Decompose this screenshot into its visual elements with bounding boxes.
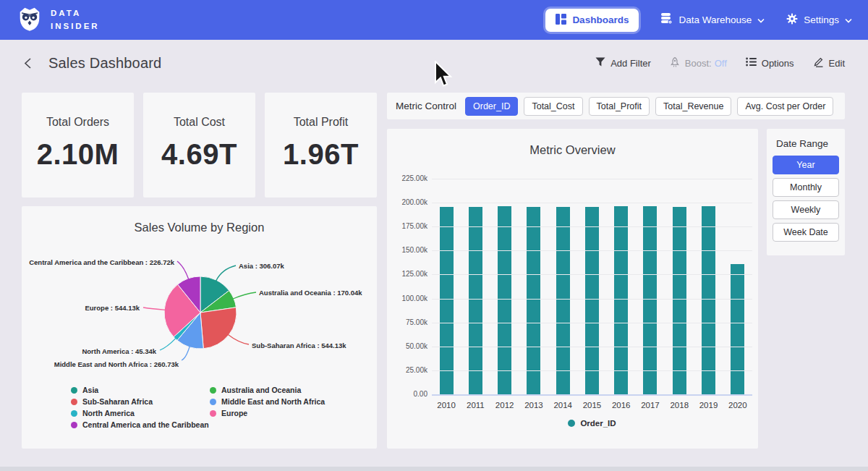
legend-item-label: Middle East and North Africa: [221, 397, 325, 406]
add-filter-button[interactable]: Add Filter: [595, 57, 651, 69]
bar-2017[interactable]: [643, 206, 657, 394]
navbar: DATA INSIDER Dashboards: [0, 0, 868, 40]
filter-icon: [595, 57, 605, 69]
bar-2012[interactable]: [498, 206, 511, 394]
gear-icon: [786, 13, 798, 27]
pie-label-sub-saharan-africa: Sub-Saharan Africa : 544.13k: [252, 341, 346, 349]
y-axis-tick: 225.00k: [388, 174, 427, 183]
nav-dashboards-button[interactable]: Dashboards: [545, 9, 639, 32]
date-range-buttons: YearMonthlyWeeklyWeek Date: [773, 156, 839, 242]
pie-leader-europe: [143, 307, 165, 310]
legend-dot: [71, 422, 77, 428]
pie-label-north-america: North America : 45.34k: [82, 347, 156, 355]
kpi-label: Total Cost: [143, 116, 255, 129]
x-axis-label-2015: 2015: [577, 401, 606, 410]
legend-dot: [568, 420, 575, 427]
nav-data-warehouse-button[interactable]: Data Warehouse: [660, 13, 765, 27]
x-axis-label-2019: 2019: [694, 401, 723, 410]
metric-buttons: Order_IDTotal_CostTotal_ProfitTotal_Reve…: [465, 97, 833, 116]
bar-2013[interactable]: [527, 207, 540, 394]
x-axis-label-2010: 2010: [432, 401, 461, 410]
chevron-down-icon: [757, 14, 765, 25]
bar-2011[interactable]: [469, 207, 482, 394]
bar-2016[interactable]: [614, 206, 628, 394]
metric-button-total-profit[interactable]: Total_Profit: [589, 97, 650, 116]
y-axis-tick: 175.00k: [388, 222, 427, 231]
y-axis-tick: 200.00k: [388, 198, 427, 207]
bar-chart-legend[interactable]: Order_ID: [432, 419, 752, 428]
boost-toggle[interactable]: Boost: Off: [670, 57, 727, 69]
bar-2014[interactable]: [556, 207, 570, 394]
boost-value: Off: [715, 58, 727, 69]
options-label: Options: [762, 58, 794, 69]
kpi-card-total-orders: Total Orders2.10M: [22, 93, 134, 198]
bar-2020[interactable]: [731, 264, 744, 394]
metric-button-order-id[interactable]: Order_ID: [465, 97, 518, 116]
metric-button-avg-cost-per-order[interactable]: Avg. Cost per Order: [737, 97, 833, 116]
bars-container: [432, 179, 752, 394]
pie-slice-sub-saharan-africa[interactable]: [200, 307, 237, 349]
back-button[interactable]: [23, 57, 33, 69]
y-axis-tick: 25.00k: [388, 366, 427, 375]
dashboard-header: Sales Dashboard Add Filter Boost: Off: [0, 40, 868, 86]
legend-item-europe[interactable]: Europe: [210, 407, 349, 419]
kpi-card-total-cost: Total Cost4.69T: [143, 93, 255, 198]
legend-item-north-america[interactable]: North America: [71, 407, 210, 419]
pie-leader-north-america: [160, 338, 176, 350]
metric-control-label: Metric Control: [396, 101, 456, 111]
legend-item-asia[interactable]: Asia: [71, 384, 210, 396]
nav-settings-button[interactable]: Settings: [786, 13, 852, 27]
legend-item-label: Sub-Saharan Africa: [82, 397, 153, 406]
pie-legend-column: AsiaSub-Saharan AfricaNorth AmericaCentr…: [71, 384, 210, 430]
gridline: [432, 370, 752, 371]
kpi-label: Total Orders: [22, 116, 134, 129]
edit-button[interactable]: Edit: [813, 56, 845, 69]
kpi-value: 2.10M: [22, 138, 134, 171]
bar-2019[interactable]: [702, 206, 715, 394]
pie-leader-sub-saharan-africa: [228, 335, 249, 345]
edit-label: Edit: [829, 58, 845, 69]
pie-label-australia-and-oceania: Australia and Oceania : 170.04k: [259, 289, 362, 297]
page-title: Sales Dashboard: [48, 55, 161, 72]
pie-legend-column: Australia and OceaniaMiddle East and Nor…: [210, 384, 349, 430]
gridline: [432, 299, 752, 300]
y-axis-tick: 100.00k: [388, 294, 427, 303]
pie-label-central-america-and-the-caribbean: Central America and the Caribbean : 226.…: [29, 258, 175, 266]
gridline: [432, 274, 752, 275]
date-button-year[interactable]: Year: [773, 156, 839, 174]
bar-2015[interactable]: [585, 207, 599, 394]
legend-item-australia-and-oceania[interactable]: Australia and Oceania: [210, 384, 349, 396]
date-button-monthly[interactable]: Monthly: [773, 178, 839, 197]
x-axis-label-2011: 2011: [461, 401, 490, 410]
bar-chart-title: Metric Overview: [387, 143, 758, 157]
legend-dot: [210, 399, 216, 405]
list-icon: [746, 57, 757, 69]
legend-item-middle-east-and-north-africa[interactable]: Middle East and North Africa: [210, 396, 349, 407]
y-axis-tick: 50.00k: [388, 342, 427, 351]
kpi-label: Total Profit: [265, 116, 377, 129]
legend-label: Order_ID: [580, 419, 616, 428]
kpi-value: 1.96T: [265, 138, 377, 171]
y-axis-tick: 0.00: [388, 390, 427, 399]
legend-item-central-america-and-the-caribbean[interactable]: Central America and the Caribbean: [71, 419, 210, 430]
pie-leader-central-america-and-the-caribbean: [177, 261, 189, 279]
x-axis-label-2014: 2014: [548, 401, 577, 410]
gridline: [432, 203, 752, 203]
gridline: [432, 250, 752, 251]
metric-button-total-cost[interactable]: Total_Cost: [524, 97, 582, 116]
pie-label-middle-east-and-north-africa: Middle East and North Africa : 260.73k: [54, 360, 179, 368]
bar-2010[interactable]: [440, 207, 454, 394]
legend-item-sub-saharan-africa[interactable]: Sub-Saharan Africa: [71, 396, 210, 407]
x-axis-label-2012: 2012: [490, 401, 519, 410]
database-icon: [660, 13, 673, 27]
metric-button-total-revenue[interactable]: Total_Revenue: [655, 97, 731, 116]
legend-item-label: Central America and the Caribbean: [82, 420, 209, 429]
bar-2018[interactable]: [673, 207, 686, 394]
options-button[interactable]: Options: [746, 57, 794, 69]
legend-dot: [210, 387, 216, 394]
pencil-icon: [813, 56, 824, 69]
date-button-week-date[interactable]: Week Date: [773, 223, 839, 242]
pie-legend: AsiaSub-Saharan AfricaNorth AmericaCentr…: [71, 384, 349, 430]
date-button-weekly[interactable]: Weekly: [773, 200, 839, 219]
gridline: [432, 323, 752, 323]
